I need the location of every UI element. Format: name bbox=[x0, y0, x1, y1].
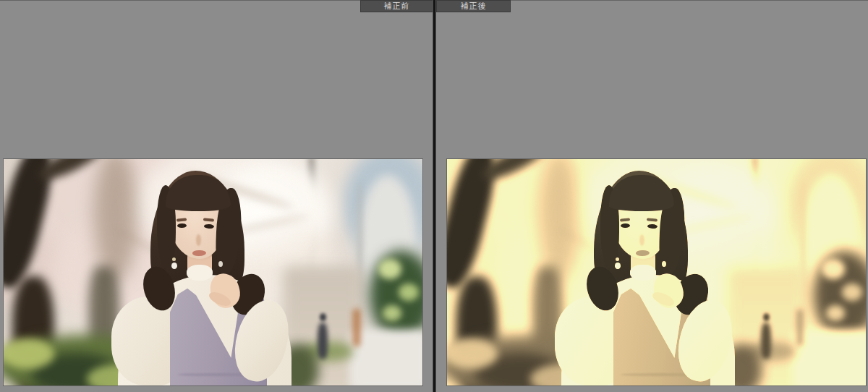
compare-split-divider bbox=[433, 0, 436, 392]
distant-pedestrian bbox=[761, 323, 771, 359]
bush-bokeh bbox=[826, 305, 845, 321]
before-photo-scene bbox=[4, 159, 422, 385]
after-label: 補正後 bbox=[461, 1, 487, 12]
white-wall bbox=[793, 330, 866, 385]
after-label-tab: 補正後 bbox=[436, 0, 511, 12]
distant-pedestrian-head bbox=[320, 313, 326, 321]
distant-pedestrian bbox=[318, 323, 328, 359]
earring bbox=[616, 257, 619, 261]
distant-pedestrian-head bbox=[763, 313, 770, 321]
pearl-earring bbox=[171, 263, 177, 269]
after-image[interactable] bbox=[447, 159, 866, 385]
orange-cone bbox=[353, 309, 360, 346]
before-label: 補正前 bbox=[384, 1, 410, 12]
earring bbox=[172, 257, 176, 261]
orange-cone bbox=[796, 309, 804, 346]
pearl-earring bbox=[662, 261, 666, 267]
before-label-tab: 補正前 bbox=[360, 0, 433, 12]
nose bbox=[639, 234, 644, 246]
bush-bokeh bbox=[383, 305, 401, 321]
white-wall bbox=[349, 330, 422, 385]
before-after-compare-view: 補正前 補正後 bbox=[0, 0, 868, 392]
after-photo-scene bbox=[447, 159, 866, 385]
bush-bokeh bbox=[399, 284, 419, 301]
blouse-collar bbox=[187, 265, 213, 281]
bush-bokeh bbox=[378, 259, 401, 279]
nose bbox=[196, 234, 201, 246]
pearl-earring bbox=[218, 261, 223, 267]
pearl-earring bbox=[615, 263, 621, 269]
blouse-collar bbox=[630, 265, 656, 281]
before-image[interactable] bbox=[4, 159, 422, 385]
bush-bokeh bbox=[822, 259, 845, 279]
bush-bokeh bbox=[842, 284, 862, 301]
